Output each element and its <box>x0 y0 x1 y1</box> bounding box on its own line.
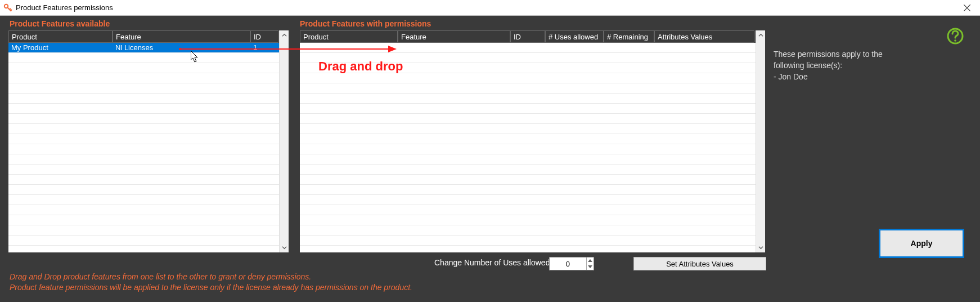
cell-feature: Nl Licenses <box>113 43 250 52</box>
table-row[interactable] <box>8 124 279 134</box>
permissions-body <box>300 43 756 252</box>
table-row[interactable] <box>300 154 756 165</box>
col-id[interactable]: ID <box>510 30 545 43</box>
table-row[interactable] <box>300 104 756 114</box>
uses-allowed-label: Change Number of Uses allowed <box>434 258 550 267</box>
col-product[interactable]: Product <box>8 30 113 43</box>
with-permissions-heading: Product Features with permissions <box>300 19 431 28</box>
table-row[interactable] <box>300 144 756 154</box>
table-row[interactable] <box>8 154 279 165</box>
table-row[interactable] <box>8 144 279 154</box>
table-row[interactable] <box>300 205 756 215</box>
table-row[interactable] <box>8 185 279 195</box>
scroll-down-icon[interactable] <box>756 243 766 252</box>
available-table[interactable]: Product Feature ID My Product Nl License… <box>8 30 289 252</box>
svg-point-7 <box>954 39 956 42</box>
table-row[interactable] <box>300 185 756 195</box>
license-info: These permissions apply to the following… <box>774 48 913 82</box>
table-row[interactable] <box>300 43 756 53</box>
window-title: Product Features permissions <box>16 3 113 12</box>
table-row[interactable] <box>8 175 279 185</box>
col-feature[interactable]: Feature <box>113 30 250 43</box>
cell-id: 1 <box>250 43 278 52</box>
set-attributes-button[interactable]: Set Attributes Values <box>633 257 766 270</box>
spinner-down-icon[interactable] <box>587 264 594 270</box>
col-id[interactable]: ID <box>250 30 278 43</box>
col-remaining[interactable]: # Remaining <box>604 30 654 43</box>
svg-marker-8 <box>588 259 592 262</box>
table-row[interactable] <box>300 236 756 246</box>
permissions-table[interactable]: Product Feature ID # Uses allowed # Rema… <box>300 30 765 252</box>
table-row[interactable] <box>8 134 279 144</box>
apply-button[interactable]: Apply <box>879 229 964 258</box>
table-row[interactable] <box>8 83 279 94</box>
table-row[interactable] <box>8 165 279 175</box>
col-feature[interactable]: Feature <box>398 30 510 43</box>
uses-allowed-spinner[interactable] <box>549 257 594 270</box>
table-row[interactable] <box>300 114 756 124</box>
uses-allowed-input[interactable] <box>550 257 586 270</box>
table-row[interactable] <box>300 175 756 185</box>
table-row[interactable] <box>8 114 279 124</box>
svg-marker-9 <box>588 265 592 268</box>
help-icon[interactable] <box>946 27 964 45</box>
hint-line-2: Product feature permissions will be appl… <box>10 283 412 292</box>
scroll-up-icon[interactable] <box>756 30 766 40</box>
license-info-line1: These permissions apply to the following… <box>774 48 913 71</box>
table-row[interactable] <box>8 94 279 104</box>
permissions-scrollbar[interactable] <box>756 30 765 252</box>
table-row[interactable] <box>300 53 756 63</box>
table-row[interactable] <box>8 225 279 236</box>
available-body: My Product Nl Licenses 1 <box>8 43 279 252</box>
col-attributes[interactable]: Attributes Values <box>654 30 754 43</box>
scroll-down-icon[interactable] <box>280 243 289 252</box>
table-row[interactable] <box>8 63 279 73</box>
svg-line-2 <box>10 8 11 10</box>
cell-product: My Product <box>8 43 113 52</box>
table-row[interactable] <box>300 225 756 236</box>
license-info-line2: - Jon Doe <box>774 71 913 82</box>
spinner-up-icon[interactable] <box>587 257 594 264</box>
col-uses-allowed[interactable]: # Uses allowed <box>545 30 604 43</box>
table-row[interactable] <box>8 195 279 205</box>
table-row[interactable] <box>300 165 756 175</box>
window-titlebar: Product Features permissions <box>0 0 980 16</box>
table-row[interactable] <box>300 124 756 134</box>
scroll-up-icon[interactable] <box>280 30 289 40</box>
table-row[interactable] <box>8 73 279 83</box>
table-row[interactable]: My Product Nl Licenses 1 <box>8 43 279 53</box>
table-row[interactable] <box>8 215 279 225</box>
permissions-header-row: Product Feature ID # Uses allowed # Rema… <box>300 30 765 43</box>
table-row[interactable] <box>300 195 756 205</box>
table-row[interactable] <box>8 236 279 246</box>
available-scrollbar[interactable] <box>279 30 289 252</box>
content-area: Product Features available Product Featu… <box>0 16 980 302</box>
close-button[interactable] <box>954 0 980 16</box>
table-row[interactable] <box>8 53 279 63</box>
table-row[interactable] <box>300 134 756 144</box>
table-row[interactable] <box>300 215 756 225</box>
hint-line-1: Drag and Drop product features from one … <box>10 272 311 281</box>
table-row[interactable] <box>8 205 279 215</box>
table-row[interactable] <box>300 73 756 83</box>
svg-line-3 <box>11 10 12 11</box>
col-product[interactable]: Product <box>300 30 398 43</box>
table-row[interactable] <box>300 94 756 104</box>
available-header-row: Product Feature ID <box>8 30 289 43</box>
available-heading: Product Features available <box>10 19 110 28</box>
table-row[interactable] <box>8 104 279 114</box>
key-icon <box>3 3 12 12</box>
table-row[interactable] <box>300 83 756 94</box>
table-row[interactable] <box>300 63 756 73</box>
